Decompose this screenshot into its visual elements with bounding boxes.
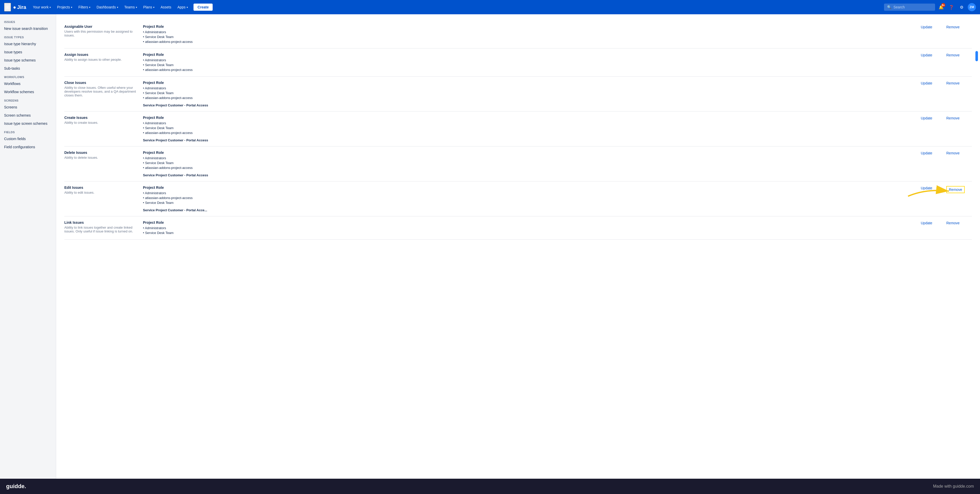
settings-button[interactable]: ⚙ <box>958 3 966 11</box>
top-navigation: ⊞ ● Jira Your work ▾ Projects ▾ Filters … <box>0 0 980 14</box>
sub-header: Service Project Customer - Portal Acce..… <box>143 208 919 212</box>
perm-left: Delete Issues Ability to delete issues. <box>64 151 141 159</box>
list-item: atlassian-addons-project-access <box>143 130 919 135</box>
perm-roles: Project Role Administrators Service Desk… <box>141 52 921 72</box>
sidebar-item-issue-type-screen-schemes[interactable]: Issue type screen schemes <box>0 119 56 127</box>
perm-left: Create Issues Ability to create issues. <box>64 116 141 124</box>
sidebar-item-screens[interactable]: Screens <box>0 103 56 111</box>
grid-icon[interactable]: ⊞ <box>4 3 11 11</box>
perm-desc: Users with this permission may be assign… <box>64 30 141 37</box>
role-header: Project Role <box>143 186 919 190</box>
perm-roles: Project Role Administrators Service Desk… <box>141 151 921 177</box>
role-list: Administrators Service Desk Team atlassi… <box>143 58 919 72</box>
sidebar-item-issue-types[interactable]: Issue types <box>0 48 56 56</box>
scroll-container: Assignable User Users with this permissi… <box>56 14 980 494</box>
notifications-button[interactable]: 🔔 9+ <box>937 3 945 11</box>
action-col: Update <box>921 151 946 155</box>
list-item: Administrators <box>143 58 919 62</box>
remove-link[interactable]: Remove <box>946 116 972 120</box>
perm-row-link-issues: Link Issues Ability to link issues toget… <box>64 216 972 240</box>
perm-left: Assignable User Users with this permissi… <box>64 24 141 37</box>
nav-teams[interactable]: Teams ▾ <box>122 3 140 11</box>
update-link[interactable]: Update <box>921 186 946 190</box>
perm-roles: Project Role Administrators Service Desk… <box>141 116 921 142</box>
sidebar-item-custom-fields[interactable]: Custom fields <box>0 135 56 143</box>
help-button[interactable]: ❓ <box>947 3 956 11</box>
update-link[interactable]: Update <box>921 25 946 29</box>
notification-badge: 9+ <box>941 3 945 7</box>
perm-roles: Project Role Administrators Service Desk… <box>141 24 921 44</box>
update-link[interactable]: Update <box>921 81 946 85</box>
remove-link[interactable]: Remove <box>946 53 972 57</box>
list-item: atlassian-addons-project-access <box>143 195 919 200</box>
remove-link[interactable]: Remove <box>946 25 972 29</box>
update-link[interactable]: Update <box>921 53 946 57</box>
chevron-down-icon: ▾ <box>117 6 118 9</box>
jira-logo: ● Jira <box>13 4 26 10</box>
list-item: atlassian-addons-project-access <box>143 165 919 170</box>
chevron-down-icon: ▾ <box>71 6 72 9</box>
role-header: Project Role <box>143 24 919 29</box>
nav-plans[interactable]: Plans ▾ <box>141 3 157 11</box>
role-header: Project Role <box>143 81 919 85</box>
role-list: Administrators Service Desk Team atlassi… <box>143 121 919 135</box>
perm-roles: Project Role Administrators Service Desk… <box>141 221 921 235</box>
search-bar[interactable]: 🔍 <box>884 3 935 11</box>
avatar[interactable]: ZM <box>968 3 976 11</box>
sidebar-item-screen-schemes[interactable]: Screen schemes <box>0 111 56 119</box>
list-item: Administrators <box>143 121 919 125</box>
perm-name: Edit Issues <box>64 186 141 190</box>
action-col: Update <box>921 24 946 29</box>
update-link[interactable]: Update <box>921 116 946 120</box>
perm-left: Assign Issues Ability to assign issues t… <box>64 52 141 62</box>
nav-projects[interactable]: Projects ▾ <box>54 3 75 11</box>
sidebar-section-screens: SCREENS <box>0 96 56 103</box>
scroll-indicator <box>975 51 978 61</box>
chevron-down-icon: ▾ <box>136 6 137 9</box>
bottom-tagline: Made with guidde.com <box>933 484 974 489</box>
sidebar-item-hierarchy[interactable]: Issue type hierarchy <box>0 40 56 48</box>
remove-highlighted-button[interactable]: Remove <box>946 186 965 193</box>
remove-link[interactable]: Remove <box>946 81 972 85</box>
search-input[interactable] <box>894 5 932 9</box>
list-item: Service Desk Team <box>143 230 919 235</box>
nav-your-work[interactable]: Your work ▾ <box>30 3 54 11</box>
nav-apps[interactable]: Apps ▾ <box>175 3 191 11</box>
create-button[interactable]: Create <box>194 3 213 11</box>
perm-row-close-issues: Close Issues Ability to close issues. Of… <box>64 76 972 111</box>
list-item: atlassian-addons-project-access <box>143 67 919 72</box>
perm-left: Edit Issues Ability to edit issues. <box>64 186 141 194</box>
perm-name: Assignable User <box>64 24 141 29</box>
sidebar-item-workflows[interactable]: Workflows <box>0 79 56 88</box>
highlighted-remove-container: Remove <box>946 186 972 193</box>
role-list: Administrators atlassian-addons-project-… <box>143 191 919 205</box>
perm-desc: Ability to assign issues to other people… <box>64 58 141 62</box>
update-link[interactable]: Update <box>921 151 946 155</box>
remove-link[interactable]: Remove <box>946 151 972 155</box>
sidebar-item-workflow-schemes[interactable]: Workflow schemes <box>0 88 56 96</box>
sidebar-item-issue-type-schemes[interactable]: Issue type schemes <box>0 56 56 64</box>
sidebar-item-sub-tasks[interactable]: Sub-tasks <box>0 64 56 73</box>
perm-desc: Ability to link issues together and crea… <box>64 226 141 233</box>
action-col: Update <box>921 186 946 190</box>
chevron-down-icon: ▾ <box>49 6 51 9</box>
role-list: Administrators Service Desk Team <box>143 226 919 235</box>
nav-filters[interactable]: Filters ▾ <box>76 3 93 11</box>
sub-header: Service Project Customer - Portal Access <box>143 138 919 142</box>
perm-row-assign-issues: Assign Issues Ability to assign issues t… <box>64 48 972 76</box>
sidebar-item-new-issue-search[interactable]: New issue search transition <box>0 24 56 33</box>
nav-dashboards[interactable]: Dashboards ▾ <box>94 3 121 11</box>
sidebar-item-field-configurations[interactable]: Field configurations <box>0 143 56 151</box>
perm-desc: Ability to edit issues. <box>64 191 141 194</box>
perm-row-create-issues: Create Issues Ability to create issues. … <box>64 111 972 146</box>
perm-name: Delete Issues <box>64 151 141 155</box>
action-col-remove: Remove <box>946 52 972 57</box>
perm-roles: Project Role Administrators Service Desk… <box>141 81 921 107</box>
perm-desc: Ability to create issues. <box>64 121 141 124</box>
nav-menu: Your work ▾ Projects ▾ Filters ▾ Dashboa… <box>30 3 191 11</box>
remove-link[interactable]: Remove <box>946 221 972 225</box>
update-link[interactable]: Update <box>921 221 946 225</box>
nav-assets[interactable]: Assets <box>158 3 174 11</box>
chevron-down-icon: ▾ <box>153 6 154 9</box>
role-list: Administrators Service Desk Team atlassi… <box>143 156 919 170</box>
